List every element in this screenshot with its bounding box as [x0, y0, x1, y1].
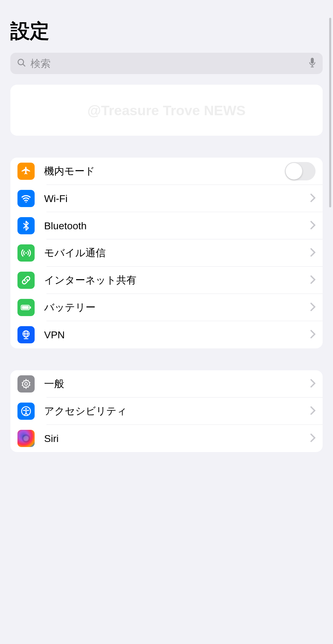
row-battery[interactable]: バッテリー	[10, 294, 323, 321]
page-title: 設定	[10, 18, 323, 44]
svg-point-19	[23, 436, 29, 441]
chevron-right-icon	[310, 248, 316, 258]
chevron-right-icon	[310, 330, 316, 340]
svg-point-6	[25, 252, 27, 254]
battery-icon	[17, 299, 35, 316]
airplane-icon	[17, 163, 35, 180]
row-label: モバイル通信	[44, 246, 310, 260]
row-airplane-mode[interactable]: 機内モード	[10, 158, 323, 185]
svg-rect-9	[30, 306, 31, 309]
row-wifi[interactable]: Wi-Fi	[10, 185, 323, 212]
globe-icon	[17, 326, 35, 343]
svg-point-5	[25, 201, 27, 203]
bluetooth-icon	[17, 217, 35, 234]
svg-point-17	[25, 408, 27, 410]
profile-card[interactable]: @Treasure Trove NEWS	[10, 85, 323, 136]
settings-group-general: 一般 アクセシビリティ	[10, 370, 323, 452]
search-bar[interactable]	[10, 53, 323, 74]
chevron-right-icon	[310, 302, 316, 313]
row-label: VPN	[44, 329, 310, 341]
row-label: Bluetooth	[44, 220, 310, 232]
gear-icon	[17, 375, 35, 393]
svg-point-15	[25, 382, 28, 385]
chevron-right-icon	[310, 406, 316, 416]
wifi-icon	[17, 190, 35, 207]
svg-point-0	[18, 59, 24, 65]
siri-icon	[17, 430, 35, 447]
accessibility-icon	[17, 403, 35, 420]
chevron-right-icon	[310, 275, 316, 285]
svg-rect-2	[311, 58, 314, 64]
chevron-right-icon	[310, 221, 316, 231]
row-label: インターネット共有	[44, 273, 310, 287]
search-input[interactable]	[30, 58, 308, 69]
chevron-right-icon	[310, 379, 316, 389]
row-personal-hotspot[interactable]: インターネット共有	[10, 267, 323, 294]
row-label: Siri	[44, 433, 310, 444]
row-label: 機内モード	[44, 164, 285, 178]
scrollbar[interactable]	[329, 18, 331, 207]
row-cellular[interactable]: モバイル通信	[10, 239, 323, 267]
row-general[interactable]: 一般	[10, 370, 323, 398]
row-vpn[interactable]: VPN	[10, 321, 323, 348]
link-icon	[17, 272, 35, 289]
svg-rect-8	[22, 306, 29, 309]
svg-line-1	[23, 64, 25, 66]
row-bluetooth[interactable]: Bluetooth	[10, 212, 323, 239]
antenna-icon	[17, 244, 35, 262]
chevron-right-icon	[310, 433, 316, 443]
search-icon	[17, 58, 30, 69]
row-label: バッテリー	[44, 301, 310, 314]
row-accessibility[interactable]: アクセシビリティ	[10, 398, 323, 425]
settings-group-connectivity: 機内モード Wi-Fi	[10, 158, 323, 348]
chevron-right-icon	[310, 193, 316, 204]
mic-icon[interactable]	[308, 57, 316, 69]
row-siri[interactable]: Siri	[10, 425, 323, 452]
watermark-text: @Treasure Trove NEWS	[87, 102, 245, 118]
row-label: Wi-Fi	[44, 193, 310, 204]
row-label: 一般	[44, 377, 310, 391]
row-label: アクセシビリティ	[44, 404, 310, 418]
airplane-toggle[interactable]	[285, 162, 316, 180]
